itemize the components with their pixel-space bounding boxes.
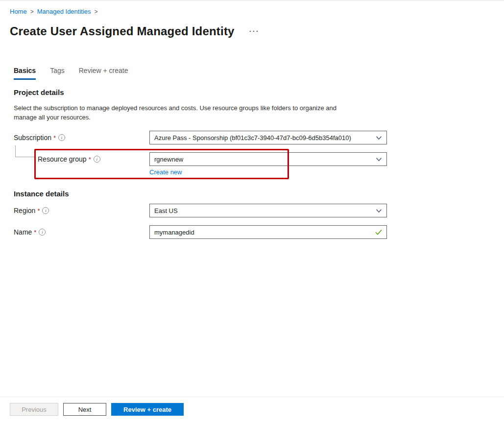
instance-details-heading: Instance details <box>14 189 504 199</box>
subscription-resource-group-connector-line <box>15 145 35 157</box>
project-details-heading: Project details <box>14 88 504 97</box>
tab-bar: Basics Tags Review + create <box>14 66 504 80</box>
subscription-value: Azure Pass - Sponsorship (bf01c3c7-3940-… <box>154 134 376 142</box>
region-row: Region*i East US <box>14 204 504 217</box>
required-marker: * <box>89 156 91 163</box>
name-input[interactable]: mymanagedid <box>149 225 387 239</box>
subscription-label: Subscription*i <box>14 131 149 144</box>
info-icon[interactable]: i <box>58 134 65 141</box>
resource-group-dropdown[interactable]: rgnewnew <box>149 152 387 166</box>
breadcrumb-separator: > <box>30 8 34 15</box>
info-icon[interactable]: i <box>39 229 46 236</box>
page-title: Create User Assigned Managed Identity <box>10 24 235 38</box>
previous-button[interactable]: Previous <box>10 403 58 416</box>
resource-group-row: Resource group*i rgnewnew Create new <box>14 152 504 176</box>
subscription-dropdown[interactable]: Azure Pass - Sponsorship (bf01c3c7-3940-… <box>149 131 387 144</box>
breadcrumb: Home>Managed Identities> <box>0 1 504 16</box>
project-details-description: Select the subscription to manage deploy… <box>14 103 357 122</box>
region-value: East US <box>154 207 376 214</box>
review-create-button[interactable]: Review + create <box>111 403 184 416</box>
region-dropdown[interactable]: East US <box>149 204 387 217</box>
valid-check-icon <box>375 229 382 235</box>
region-label: Region*i <box>14 204 149 217</box>
tab-tags[interactable]: Tags <box>50 66 65 80</box>
breadcrumb-home-link[interactable]: Home <box>10 8 27 15</box>
create-new-link[interactable]: Create new <box>149 168 182 176</box>
breadcrumb-separator: > <box>95 8 98 15</box>
chevron-down-icon <box>376 208 382 214</box>
more-actions-icon[interactable]: ··· <box>249 29 260 34</box>
basics-form: Project details Select the subscription … <box>0 88 504 239</box>
info-icon[interactable]: i <box>42 207 49 214</box>
chevron-down-icon <box>376 156 382 163</box>
chevron-down-icon <box>376 135 382 141</box>
name-value: mymanagedid <box>154 229 375 236</box>
breadcrumb-managed-identities-link[interactable]: Managed Identities <box>37 8 91 15</box>
subscription-row: Subscription*i Azure Pass - Sponsorship … <box>14 131 504 144</box>
required-marker: * <box>37 207 40 214</box>
tab-basics[interactable]: Basics <box>14 66 36 80</box>
required-marker: * <box>53 134 56 142</box>
required-marker: * <box>34 229 36 236</box>
footer-bar: Previous Next Review + create <box>0 397 504 426</box>
resource-group-value: rgnewnew <box>154 156 376 163</box>
name-row: Name*i mymanagedid <box>14 225 504 239</box>
next-button[interactable]: Next <box>63 403 106 416</box>
name-label: Name*i <box>14 225 149 239</box>
tab-review-create[interactable]: Review + create <box>79 66 128 80</box>
info-icon[interactable]: i <box>94 156 100 163</box>
